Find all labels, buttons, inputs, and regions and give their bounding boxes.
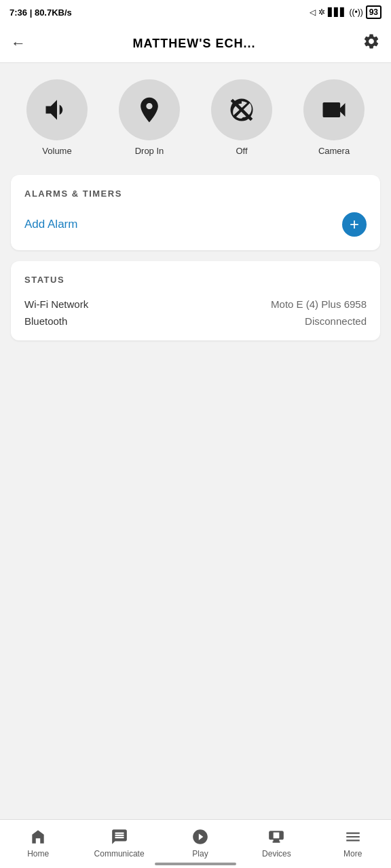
- home-icon: [29, 827, 48, 846]
- nav-more-label: More: [343, 849, 362, 859]
- bluetooth-icon: ✲: [318, 7, 325, 17]
- nav-home-label: Home: [27, 849, 49, 859]
- settings-button[interactable]: [362, 33, 380, 54]
- dropin-label: Drop In: [135, 146, 164, 156]
- off-icon-circle: [211, 79, 272, 140]
- status-time-network: 7:36 | 80.7KB/s: [10, 7, 72, 18]
- bluetooth-key: Bluetooth: [24, 315, 67, 327]
- nav-item-more[interactable]: More: [333, 827, 373, 859]
- alarms-timers-card: ALARMS & TIMERS Add Alarm +: [11, 175, 380, 250]
- dropin-icon: [134, 95, 164, 125]
- camera-label: Camera: [318, 146, 350, 156]
- volume-label: Volume: [42, 146, 71, 156]
- devices-icon: [267, 827, 286, 846]
- alarms-section-title: ALARMS & TIMERS: [24, 189, 367, 199]
- bottom-handle: [155, 863, 236, 865]
- nav-item-home[interactable]: Home: [18, 827, 58, 859]
- add-alarm-button[interactable]: +: [342, 212, 367, 237]
- top-navigation: ← MATTHEW'S ECH...: [0, 24, 391, 63]
- play-icon: [191, 827, 210, 846]
- nav-communicate-label: Communicate: [94, 849, 145, 859]
- bluetooth-row: Bluetooth Disconnected: [24, 315, 367, 327]
- status-card: STATUS Wi-Fi Network Moto E (4) Plus 695…: [11, 261, 380, 340]
- nav-play-label: Play: [192, 849, 208, 859]
- nav-item-devices[interactable]: Devices: [256, 827, 297, 859]
- main-content: Volume Drop In Off: [0, 63, 391, 368]
- add-alarm-row: Add Alarm +: [24, 212, 367, 237]
- battery-indicator: 93: [366, 5, 381, 19]
- bottom-navigation: Home Communicate Play Devices More: [0, 819, 391, 868]
- volume-icon-circle: [26, 79, 88, 140]
- off-label: Off: [236, 146, 247, 156]
- status-icons: ◁ ✲ ▋▋▋ ((•)) 93: [310, 5, 381, 19]
- off-control[interactable]: Off: [211, 79, 272, 156]
- status-section-title: STATUS: [24, 275, 367, 285]
- dropin-icon-circle: [119, 79, 180, 140]
- more-icon: [343, 827, 362, 846]
- volume-control[interactable]: Volume: [26, 79, 88, 156]
- wifi-network-value: Moto E (4) Plus 6958: [271, 298, 367, 310]
- wifi-network-row: Wi-Fi Network Moto E (4) Plus 6958: [24, 298, 367, 310]
- wifi-network-key: Wi-Fi Network: [24, 298, 88, 310]
- off-icon: [227, 95, 257, 125]
- add-alarm-text[interactable]: Add Alarm: [24, 218, 77, 231]
- nav-devices-label: Devices: [262, 849, 291, 859]
- bluetooth-value: Disconnected: [305, 315, 367, 327]
- back-button[interactable]: ←: [11, 35, 26, 52]
- signal-icon: ▋▋▋: [328, 7, 346, 17]
- camera-control[interactable]: Camera: [303, 79, 365, 156]
- wifi-icon: ((•)): [349, 7, 362, 17]
- device-controls-grid: Volume Drop In Off: [11, 79, 380, 156]
- dropin-control[interactable]: Drop In: [119, 79, 180, 156]
- nav-item-communicate[interactable]: Communicate: [94, 827, 145, 859]
- nav-item-play[interactable]: Play: [180, 827, 221, 859]
- status-bar: 7:36 | 80.7KB/s ◁ ✲ ▋▋▋ ((•)) 93: [0, 0, 391, 24]
- location-icon: ◁: [310, 7, 316, 17]
- communicate-icon: [110, 827, 129, 846]
- camera-icon-circle: [303, 79, 365, 140]
- page-title: MATTHEW'S ECH...: [133, 37, 256, 51]
- camera-icon: [319, 95, 349, 125]
- volume-icon: [42, 95, 72, 125]
